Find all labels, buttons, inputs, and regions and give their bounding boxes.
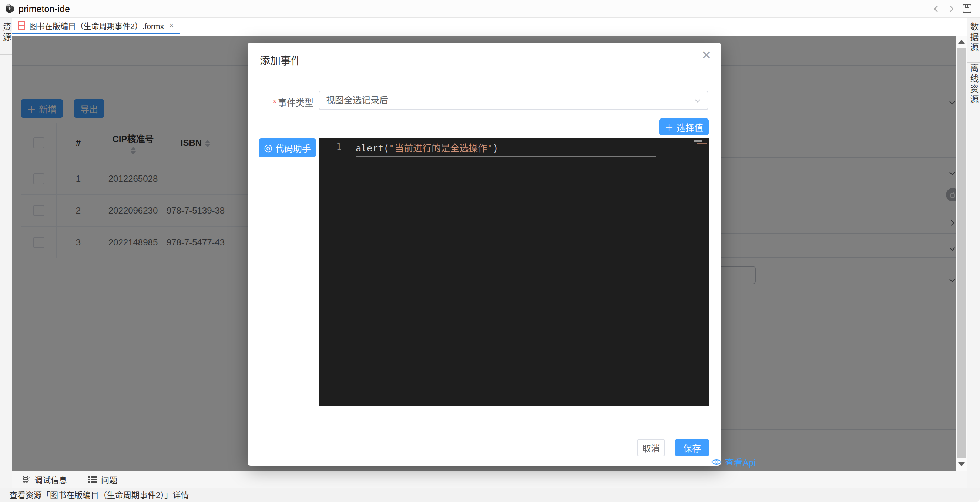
dialog-title: 添加事件: [260, 53, 301, 67]
app-logo-icon: [5, 4, 15, 14]
view-api-link[interactable]: 查看Api: [711, 455, 756, 468]
tab-form-file[interactable]: 图书在版编目（生命周期事件2）.formx ×: [12, 18, 180, 34]
sidebar-item-offline-resources[interactable]: 离线资源: [967, 64, 980, 105]
event-type-select[interactable]: 视图全选记录后: [319, 91, 708, 110]
chevron-down-icon: [694, 97, 702, 105]
plus-icon: ＋: [665, 121, 674, 134]
problems-tab[interactable]: 问题: [88, 473, 117, 485]
right-sidebar: 数据源 离线资源: [967, 18, 980, 489]
minimap[interactable]: [693, 139, 709, 406]
code-editor[interactable]: 1 alert("当前进行的是全选操作"): [319, 139, 709, 406]
cancel-button[interactable]: 取消: [637, 439, 665, 456]
event-type-label: *事件类型: [248, 96, 313, 108]
tab-title: 图书在版编目（生命周期事件2）.formx: [29, 20, 164, 31]
list-icon: [88, 475, 97, 484]
vertical-scrollbar[interactable]: [956, 36, 967, 471]
code-underline: [356, 156, 656, 156]
debug-info-tab[interactable]: 调试信息: [21, 473, 67, 485]
app-window: primeton-ide 资源 数据源 离线资源 图书在版编目（生命周期事件2）…: [0, 0, 980, 502]
save-icon[interactable]: [961, 3, 973, 14]
line-number: 1: [319, 142, 342, 152]
divider: [967, 62, 980, 62]
title-bar: primeton-ide: [0, 0, 980, 18]
sidebar-item-resources[interactable]: 资源: [0, 22, 13, 43]
add-event-dialog: 添加事件 ✕ *事件类型 视图全选记录后 ＋ 选择值 ◎ 代码助手 1 aler…: [248, 43, 721, 466]
sidebar-item-datasource[interactable]: 数据源: [967, 22, 980, 53]
file-icon: [18, 21, 25, 30]
nav-back-icon[interactable]: [931, 4, 942, 14]
nav-forward-icon[interactable]: [946, 4, 956, 14]
code-line[interactable]: alert("当前进行的是全选操作"): [356, 141, 498, 154]
scrollbar-thumb[interactable]: [957, 48, 966, 458]
divider: [967, 216, 980, 216]
minimap-code-mark: [694, 140, 702, 142]
bottom-panel-bar: 调试信息 问题: [12, 471, 967, 488]
scroll-up-arrow[interactable]: [958, 40, 965, 44]
code-assistant-button[interactable]: ◎ 代码助手: [259, 139, 316, 157]
dialog-close-icon[interactable]: ✕: [701, 49, 711, 61]
select-value-button[interactable]: ＋ 选择值: [659, 118, 709, 135]
tab-close-icon[interactable]: ×: [169, 21, 174, 30]
bug-icon: [21, 475, 31, 484]
divider: [0, 54, 12, 55]
event-type-value: 视图全选记录后: [326, 91, 388, 109]
left-sidebar: 资源: [0, 18, 12, 489]
save-button[interactable]: 保存: [675, 439, 709, 456]
minimap-string-mark: [697, 142, 706, 144]
app-title: primeton-ide: [19, 0, 70, 18]
status-bar: 查看资源「图书在版编目（生命周期事件2）」详情: [0, 488, 980, 502]
code-assistant-icon: ◎: [264, 143, 272, 153]
required-mark: *: [273, 98, 277, 108]
tab-bar: 图书在版编目（生命周期事件2）.formx ×: [12, 18, 956, 36]
scroll-down-arrow[interactable]: [958, 462, 965, 467]
eye-icon: [711, 458, 722, 466]
status-text: 查看资源「图书在版编目（生命周期事件2）」详情: [9, 488, 189, 502]
